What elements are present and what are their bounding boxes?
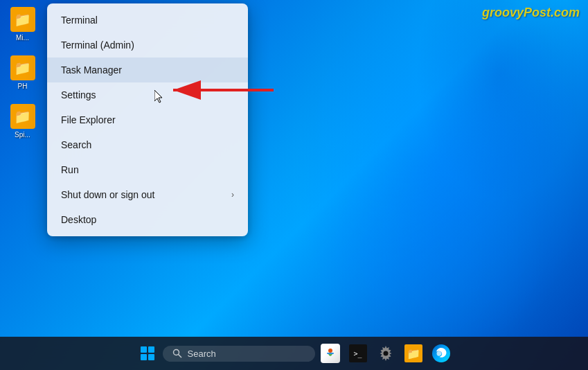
desktop-icon-1[interactable]: 📁 Mi... — [3, 7, 42, 42]
terminal-app-icon: >_ — [349, 344, 367, 362]
edge-app-icon — [432, 344, 450, 362]
desktop-icon-1-img: 📁 — [10, 7, 35, 32]
taskbar: Search >_ — [0, 337, 588, 370]
search-icon — [172, 349, 182, 358]
desktop: groovyPost.com 📁 Mi... 📁 PH 📁 Spi... Ter… — [0, 0, 588, 370]
taskbar-paint-icon[interactable] — [318, 341, 343, 366]
context-menu: Terminal Terminal (Admin) Task Manager S… — [47, 3, 248, 236]
menu-item-search[interactable]: Search — [47, 132, 248, 157]
win-logo-pane-2 — [148, 346, 154, 353]
taskbar-edge-icon[interactable] — [429, 341, 454, 366]
menu-item-terminal-admin[interactable]: Terminal (Admin) — [47, 33, 248, 58]
desktop-icon-3-label: Spi... — [15, 131, 30, 139]
menu-item-file-explorer[interactable]: File Explorer — [47, 107, 248, 132]
desktop-icon-3[interactable]: 📁 Spi... — [3, 104, 42, 139]
menu-item-shutdown[interactable]: Shut down or sign out › — [47, 182, 248, 207]
paint-app-icon — [321, 344, 340, 363]
svg-point-2 — [173, 350, 179, 355]
svg-rect-5 — [327, 353, 334, 354]
red-arrow — [166, 76, 277, 104]
chevron-icon: › — [231, 190, 234, 200]
menu-item-terminal[interactable]: Terminal — [47, 8, 248, 33]
desktop-icon-3-img: 📁 — [10, 104, 35, 129]
desktop-icon-2-img: 📁 — [10, 55, 35, 80]
desktop-icons: 📁 Mi... 📁 PH 📁 Spi... — [0, 0, 45, 146]
desktop-icon-1-label: Mi... — [16, 34, 29, 42]
start-button[interactable] — [135, 341, 160, 366]
svg-point-4 — [328, 349, 332, 353]
menu-item-run[interactable]: Run — [47, 157, 248, 182]
gear-icon — [377, 344, 395, 362]
win-logo-pane-3 — [141, 354, 147, 360]
taskbar-center: Search >_ — [135, 341, 454, 366]
taskbar-search-bar[interactable]: Search — [163, 346, 315, 362]
win-logo-pane-4 — [148, 354, 154, 360]
taskbar-terminal-icon[interactable]: >_ — [346, 341, 371, 366]
win-logo-pane-1 — [141, 346, 147, 353]
desktop-icon-2-label: PH — [18, 82, 28, 90]
svg-point-7 — [383, 351, 388, 356]
menu-item-desktop[interactable]: Desktop — [47, 207, 248, 232]
taskbar-files-icon[interactable]: 📁 — [401, 341, 426, 366]
search-label: Search — [188, 349, 216, 359]
desktop-icon-2[interactable]: 📁 PH — [3, 55, 42, 90]
watermark: groovyPost.com — [482, 6, 580, 20]
windows-logo — [141, 346, 154, 360]
mouse-cursor — [154, 90, 166, 104]
svg-line-3 — [178, 355, 181, 358]
files-app-icon: 📁 — [404, 344, 422, 362]
taskbar-settings-icon[interactable] — [373, 341, 398, 366]
